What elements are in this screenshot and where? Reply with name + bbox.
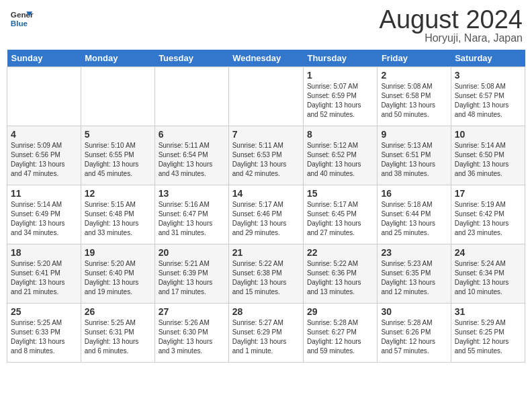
day-cell-5: 2Sunrise: 5:08 AMSunset: 6:58 PMDaylight…: [378, 67, 451, 126]
day-number: 2: [381, 70, 447, 81]
day-cell-0: [7, 67, 81, 126]
logo-icon: General Blue: [9, 7, 34, 31]
weekday-header-monday: Monday: [81, 50, 154, 67]
day-info: Sunrise: 5:22 AMSunset: 6:38 PMDaylight:…: [232, 259, 300, 297]
day-number: 9: [381, 129, 447, 140]
weekday-header-friday: Friday: [378, 50, 451, 67]
day-number: 23: [381, 247, 447, 258]
day-cell-24: 21Sunrise: 5:22 AMSunset: 6:38 PMDayligh…: [228, 244, 303, 304]
page-header: General Blue August 2024 Horyuji, Nara, …: [7, 7, 525, 44]
weekday-header-sunday: Sunday: [7, 50, 81, 67]
day-number: 10: [455, 129, 521, 140]
day-number: 28: [232, 306, 300, 317]
week-row-3: 11Sunrise: 5:14 AMSunset: 6:49 PMDayligh…: [7, 185, 525, 244]
day-cell-33: 30Sunrise: 5:28 AMSunset: 6:26 PMDayligh…: [378, 304, 451, 363]
day-cell-11: 8Sunrise: 5:12 AMSunset: 6:52 PMDaylight…: [303, 126, 377, 185]
day-cell-6: 3Sunrise: 5:08 AMSunset: 6:57 PMDaylight…: [451, 67, 525, 126]
week-row-4: 18Sunrise: 5:20 AMSunset: 6:41 PMDayligh…: [7, 244, 525, 304]
day-number: 11: [11, 188, 77, 199]
day-info: Sunrise: 5:21 AMSunset: 6:39 PMDaylight:…: [159, 259, 225, 297]
svg-text:Blue: Blue: [11, 19, 28, 28]
calendar-table: SundayMondayTuesdayWednesdayThursdayFrid…: [7, 50, 525, 363]
day-info: Sunrise: 5:28 AMSunset: 6:27 PMDaylight:…: [307, 318, 373, 356]
day-cell-1: [81, 67, 154, 126]
day-info: Sunrise: 5:16 AMSunset: 6:47 PMDaylight:…: [159, 200, 225, 238]
day-cell-9: 6Sunrise: 5:11 AMSunset: 6:54 PMDaylight…: [154, 126, 228, 185]
day-number: 8: [307, 129, 373, 140]
day-info: Sunrise: 5:14 AMSunset: 6:49 PMDaylight:…: [11, 200, 77, 238]
day-cell-26: 23Sunrise: 5:23 AMSunset: 6:35 PMDayligh…: [378, 244, 451, 304]
day-info: Sunrise: 5:11 AMSunset: 6:54 PMDaylight:…: [159, 141, 225, 179]
day-info: Sunrise: 5:23 AMSunset: 6:35 PMDaylight:…: [381, 259, 447, 297]
day-number: 20: [159, 247, 225, 258]
day-cell-13: 10Sunrise: 5:14 AMSunset: 6:50 PMDayligh…: [451, 126, 525, 185]
day-cell-19: 16Sunrise: 5:18 AMSunset: 6:44 PMDayligh…: [378, 185, 451, 244]
day-cell-10: 7Sunrise: 5:11 AMSunset: 6:53 PMDaylight…: [228, 126, 303, 185]
day-info: Sunrise: 5:11 AMSunset: 6:53 PMDaylight:…: [232, 141, 300, 179]
month-title: August 2024: [380, 7, 523, 32]
day-number: 18: [11, 247, 77, 258]
day-info: Sunrise: 5:26 AMSunset: 6:30 PMDaylight:…: [159, 318, 225, 356]
day-number: 24: [455, 247, 521, 258]
day-cell-31: 28Sunrise: 5:27 AMSunset: 6:29 PMDayligh…: [228, 304, 303, 363]
day-info: Sunrise: 5:25 AMSunset: 6:33 PMDaylight:…: [11, 318, 77, 356]
day-number: 16: [381, 188, 447, 199]
day-cell-25: 22Sunrise: 5:22 AMSunset: 6:36 PMDayligh…: [303, 244, 377, 304]
week-row-2: 4Sunrise: 5:09 AMSunset: 6:56 PMDaylight…: [7, 126, 525, 185]
day-cell-22: 19Sunrise: 5:20 AMSunset: 6:40 PMDayligh…: [81, 244, 154, 304]
weekday-header-row: SundayMondayTuesdayWednesdayThursdayFrid…: [7, 50, 525, 67]
day-info: Sunrise: 5:24 AMSunset: 6:34 PMDaylight:…: [455, 259, 521, 297]
day-number: 27: [159, 306, 225, 317]
day-number: 4: [11, 129, 77, 140]
week-row-5: 25Sunrise: 5:25 AMSunset: 6:33 PMDayligh…: [7, 304, 525, 363]
day-info: Sunrise: 5:15 AMSunset: 6:48 PMDaylight:…: [85, 200, 151, 238]
day-number: 12: [85, 188, 151, 199]
day-number: 30: [381, 306, 447, 317]
logo: General Blue: [9, 7, 34, 31]
day-info: Sunrise: 5:27 AMSunset: 6:29 PMDaylight:…: [232, 318, 300, 356]
day-number: 26: [85, 306, 151, 317]
weekday-header-thursday: Thursday: [303, 50, 377, 67]
title-block: August 2024 Horyuji, Nara, Japan: [380, 7, 523, 44]
day-number: 5: [85, 129, 151, 140]
day-info: Sunrise: 5:12 AMSunset: 6:52 PMDaylight:…: [307, 141, 373, 179]
day-cell-12: 9Sunrise: 5:13 AMSunset: 6:51 PMDaylight…: [378, 126, 451, 185]
day-info: Sunrise: 5:14 AMSunset: 6:50 PMDaylight:…: [455, 141, 521, 179]
day-info: Sunrise: 5:10 AMSunset: 6:55 PMDaylight:…: [85, 141, 151, 179]
day-number: 17: [455, 188, 521, 199]
day-cell-20: 17Sunrise: 5:19 AMSunset: 6:42 PMDayligh…: [451, 185, 525, 244]
day-info: Sunrise: 5:08 AMSunset: 6:58 PMDaylight:…: [381, 82, 447, 120]
day-number: 7: [232, 129, 300, 140]
day-cell-16: 13Sunrise: 5:16 AMSunset: 6:47 PMDayligh…: [154, 185, 228, 244]
day-info: Sunrise: 5:22 AMSunset: 6:36 PMDaylight:…: [307, 259, 373, 297]
day-cell-30: 27Sunrise: 5:26 AMSunset: 6:30 PMDayligh…: [154, 304, 228, 363]
day-info: Sunrise: 5:19 AMSunset: 6:42 PMDaylight:…: [455, 200, 521, 238]
day-number: 6: [159, 129, 225, 140]
day-cell-27: 24Sunrise: 5:24 AMSunset: 6:34 PMDayligh…: [451, 244, 525, 304]
day-number: 21: [232, 247, 300, 258]
day-cell-15: 12Sunrise: 5:15 AMSunset: 6:48 PMDayligh…: [81, 185, 154, 244]
day-cell-17: 14Sunrise: 5:17 AMSunset: 6:46 PMDayligh…: [228, 185, 303, 244]
weekday-header-wednesday: Wednesday: [228, 50, 303, 67]
day-cell-8: 5Sunrise: 5:10 AMSunset: 6:55 PMDaylight…: [81, 126, 154, 185]
week-row-1: 1Sunrise: 5:07 AMSunset: 6:59 PMDaylight…: [7, 67, 525, 126]
location-title: Horyuji, Nara, Japan: [380, 32, 523, 44]
day-info: Sunrise: 5:20 AMSunset: 6:41 PMDaylight:…: [11, 259, 77, 297]
day-cell-34: 31Sunrise: 5:29 AMSunset: 6:25 PMDayligh…: [451, 304, 525, 363]
day-number: 29: [307, 306, 373, 317]
day-number: 31: [455, 306, 521, 317]
day-info: Sunrise: 5:09 AMSunset: 6:56 PMDaylight:…: [11, 141, 77, 179]
day-cell-32: 29Sunrise: 5:28 AMSunset: 6:27 PMDayligh…: [303, 304, 377, 363]
day-number: 3: [455, 70, 521, 81]
day-info: Sunrise: 5:28 AMSunset: 6:26 PMDaylight:…: [381, 318, 447, 356]
day-number: 1: [307, 70, 373, 81]
day-cell-23: 20Sunrise: 5:21 AMSunset: 6:39 PMDayligh…: [154, 244, 228, 304]
day-number: 13: [159, 188, 225, 199]
day-cell-21: 18Sunrise: 5:20 AMSunset: 6:41 PMDayligh…: [7, 244, 81, 304]
day-cell-28: 25Sunrise: 5:25 AMSunset: 6:33 PMDayligh…: [7, 304, 81, 363]
day-info: Sunrise: 5:18 AMSunset: 6:44 PMDaylight:…: [381, 200, 447, 238]
day-info: Sunrise: 5:13 AMSunset: 6:51 PMDaylight:…: [381, 141, 447, 179]
day-number: 22: [307, 247, 373, 258]
weekday-header-saturday: Saturday: [451, 50, 525, 67]
day-info: Sunrise: 5:20 AMSunset: 6:40 PMDaylight:…: [85, 259, 151, 297]
